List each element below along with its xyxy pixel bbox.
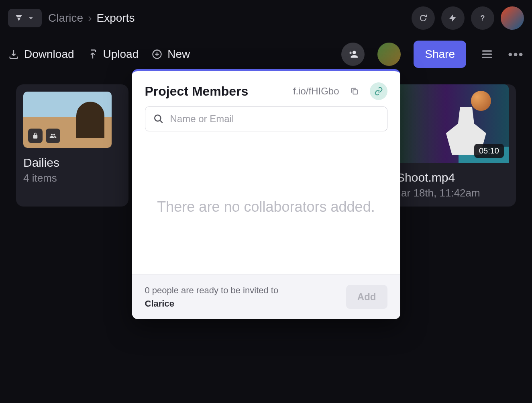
add-button[interactable]: Add [346, 285, 387, 309]
footer-text: 0 people are ready to be invited to Clar… [145, 284, 338, 310]
list-view-button[interactable] [479, 48, 495, 61]
modal-footer: 0 people are ready to be invited to Clar… [132, 274, 400, 319]
search-icon [153, 114, 164, 124]
breadcrumb: Clarice › Exports [48, 12, 135, 25]
video-card[interactable]: 05:10 a Shoot.mp4 · Mar 18th, 11:42am [383, 84, 516, 207]
copy-icon [350, 87, 359, 96]
video-duration: 05:10 [474, 144, 504, 158]
top-header: Clarice › Exports ? [0, 0, 532, 36]
app-logo-icon [14, 14, 23, 23]
breadcrumb-parent[interactable]: Clarice [48, 12, 83, 25]
app-menu-button[interactable] [8, 9, 42, 27]
search-wrapper [132, 106, 400, 139]
search-input[interactable] [170, 113, 379, 125]
share-label: Share [425, 48, 455, 60]
link-settings-button[interactable] [370, 82, 387, 100]
add-label: Add [357, 291, 376, 302]
upload-label: Upload [103, 48, 139, 61]
add-user-icon [348, 49, 358, 59]
video-title: a Shoot.mp4 [383, 171, 509, 184]
video-thumbnail: 05:10 [383, 84, 509, 163]
download-icon [8, 49, 19, 60]
user-avatar[interactable] [501, 6, 524, 30]
refresh-icon [418, 13, 428, 23]
download-label: Download [24, 48, 74, 61]
footer-project: Clarice [145, 299, 174, 309]
svg-point-3 [155, 115, 161, 121]
plus-circle-icon [151, 49, 163, 60]
new-button[interactable]: New [151, 48, 190, 61]
breadcrumb-current[interactable]: Exports [96, 12, 135, 25]
help-icon: ? [478, 13, 487, 23]
help-button[interactable]: ? [471, 6, 494, 30]
chevron-down-icon [26, 14, 35, 23]
modal-header: Project Members f.io/fHIGbo [132, 71, 400, 106]
footer-prefix: 0 people are ready to be invited to [145, 285, 279, 295]
share-button[interactable]: Share [414, 41, 466, 68]
more-button[interactable]: ••• [508, 47, 524, 62]
add-user-button[interactable] [341, 43, 365, 66]
folder-card[interactable]: Dailies 4 items [16, 84, 128, 207]
folder-thumbnail [23, 92, 112, 148]
refresh-button[interactable] [412, 6, 435, 30]
member-avatar[interactable] [377, 43, 401, 66]
modal-title: Project Members [145, 84, 287, 99]
people-icon [49, 132, 57, 139]
upload-button[interactable]: Upload [87, 48, 139, 61]
project-members-modal: Project Members f.io/fHIGbo There are no… [132, 69, 400, 319]
short-link[interactable]: f.io/fHIGbo [293, 86, 339, 97]
lightning-icon [448, 13, 458, 23]
list-icon [481, 48, 493, 61]
download-button[interactable]: Download [8, 48, 74, 61]
upload-icon [87, 49, 98, 60]
svg-text:?: ? [481, 14, 485, 22]
more-icon: ••• [508, 47, 524, 62]
folder-title: Dailies [23, 156, 121, 170]
copy-link-button[interactable] [346, 82, 363, 100]
chevron-right-icon: › [88, 12, 92, 25]
private-badge [28, 129, 43, 143]
toolbar: Download Upload New Share ••• [0, 36, 532, 72]
folder-subtitle: 4 items [23, 172, 121, 184]
new-label: New [167, 48, 190, 61]
empty-state: There are no collaborators added. [132, 139, 400, 274]
search-box[interactable] [145, 106, 387, 131]
activity-button[interactable] [441, 6, 465, 30]
lock-icon [32, 132, 39, 139]
shared-badge [46, 129, 60, 143]
link-icon [374, 87, 383, 96]
video-meta: · Mar 18th, 11:42am [383, 187, 509, 199]
